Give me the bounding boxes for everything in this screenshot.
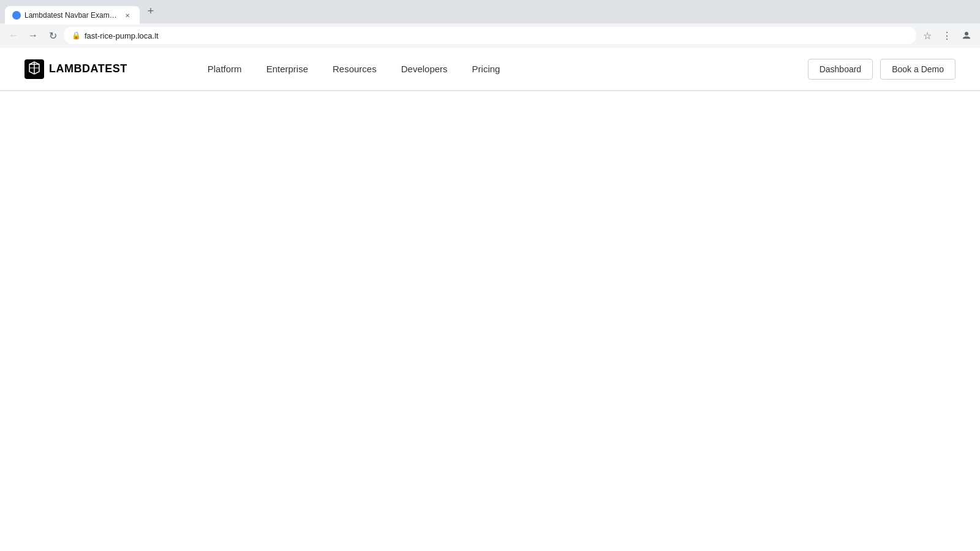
book-demo-button[interactable]: Book a Demo	[880, 59, 956, 80]
new-tab-button[interactable]: +	[142, 2, 159, 20]
browser-menu-button[interactable]: ⋮	[938, 27, 956, 44]
profile-button[interactable]	[958, 27, 975, 44]
nav-link-platform[interactable]: Platform	[208, 64, 242, 74]
nav-links: Platform Enterprise Resources Developers…	[208, 64, 500, 74]
browser-chrome: Lambdatest Navbar Example ✕ + ← → ↻ 🔒 fa…	[0, 0, 980, 48]
back-button[interactable]: ←	[5, 27, 22, 44]
tab-favicon	[12, 11, 21, 20]
tab-close-button[interactable]: ✕	[123, 10, 132, 20]
logo-text: LAMBDATEST	[49, 62, 127, 75]
refresh-button[interactable]: ↻	[44, 27, 61, 44]
nav-link-pricing[interactable]: Pricing	[472, 64, 500, 74]
page-content: LAMBDATEST Platform Enterprise Resources…	[0, 48, 980, 551]
tab-title: Lambdatest Navbar Example	[24, 11, 119, 20]
navbar: LAMBDATEST Platform Enterprise Resources…	[0, 48, 980, 91]
nav-link-resources[interactable]: Resources	[333, 64, 377, 74]
logo[interactable]: LAMBDATEST	[24, 59, 127, 79]
nav-link-enterprise[interactable]: Enterprise	[266, 64, 308, 74]
svg-point-0	[965, 32, 968, 36]
browser-toolbar: ← → ↻ 🔒 fast-rice-pump.loca.lt ☆ ⋮	[0, 23, 980, 48]
tab-strip: Lambdatest Navbar Example ✕ +	[5, 0, 159, 23]
logo-icon	[24, 59, 44, 79]
lock-icon: 🔒	[72, 31, 81, 40]
nav-actions: Dashboard Book a Demo	[808, 59, 956, 80]
nav-link-developers[interactable]: Developers	[401, 64, 448, 74]
dashboard-button[interactable]: Dashboard	[808, 59, 873, 80]
browser-title-bar: Lambdatest Navbar Example ✕ +	[0, 0, 980, 23]
navbar-separator	[0, 91, 980, 91]
bookmark-button[interactable]: ☆	[919, 27, 936, 44]
toolbar-actions: ☆ ⋮	[919, 27, 975, 44]
url-text: fast-rice-pump.loca.lt	[85, 31, 908, 40]
active-tab[interactable]: Lambdatest Navbar Example ✕	[5, 6, 140, 24]
forward-button[interactable]: →	[24, 27, 42, 44]
address-bar[interactable]: 🔒 fast-rice-pump.loca.lt	[64, 27, 916, 44]
